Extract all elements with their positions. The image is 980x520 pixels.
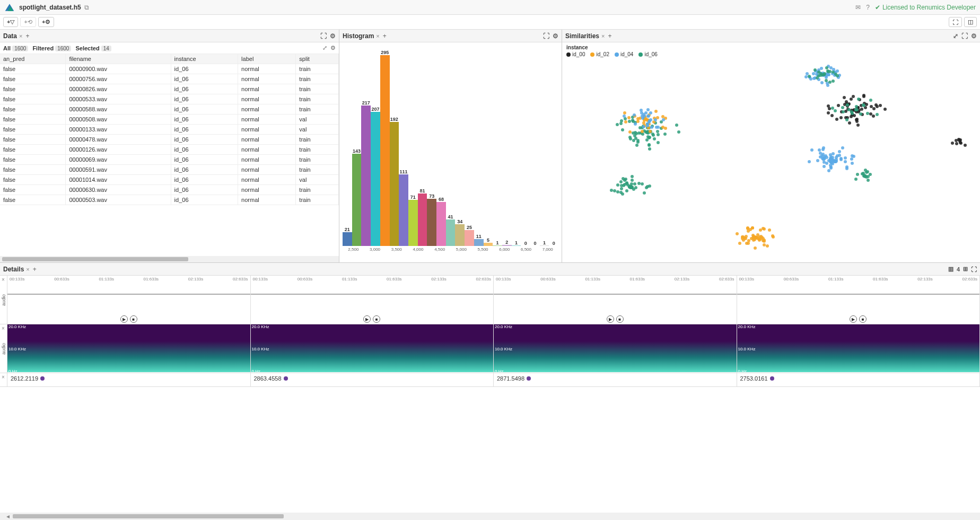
scatter-point[interactable] (844, 160, 847, 163)
scatter-point[interactable] (754, 246, 757, 250)
expand-icon[interactable]: ⛶ (971, 266, 977, 272)
scatter-point[interactable] (640, 109, 643, 112)
table-row[interactable]: false00000591.wavid_06normaltrain (0, 165, 339, 175)
scatter-point[interactable] (883, 108, 887, 111)
scatter-point[interactable] (641, 117, 644, 120)
gear-icon[interactable]: ⚙ (330, 32, 336, 40)
scatter-point[interactable] (624, 120, 627, 124)
table-row[interactable]: false00000133.wavid_06normalval (0, 125, 339, 135)
scatter-point[interactable] (852, 95, 855, 98)
scatter-point[interactable] (747, 242, 750, 245)
scatter-point[interactable] (749, 228, 752, 231)
scatter-point[interactable] (675, 124, 678, 127)
help-icon[interactable]: ? (866, 4, 870, 11)
scatter-point[interactable] (677, 130, 680, 134)
scatter-point[interactable] (820, 81, 824, 84)
fit-icon[interactable]: ⤢ (953, 32, 958, 40)
scatter-point[interactable] (832, 152, 835, 155)
scatter-point[interactable] (842, 110, 845, 113)
scatter-point[interactable] (763, 227, 766, 231)
histogram-bar[interactable] (380, 55, 390, 246)
scatter-point[interactable] (763, 243, 766, 246)
expand-icon[interactable]: ⛶ (543, 32, 549, 40)
scatter-point[interactable] (654, 110, 658, 113)
table-row[interactable]: false00000126.wavid_06normaltrain (0, 145, 339, 155)
layout-button-2[interactable]: ◫ (964, 17, 977, 27)
scatter-point[interactable] (856, 124, 860, 127)
scatter-point[interactable] (663, 133, 667, 136)
scatter-point[interactable] (850, 98, 853, 101)
scatter-point[interactable] (822, 165, 826, 168)
scatter-point[interactable] (616, 190, 619, 193)
scatter-point[interactable] (736, 232, 739, 235)
scatter-point[interactable] (876, 113, 879, 116)
scatter-point[interactable] (625, 181, 628, 184)
scatter-point[interactable] (819, 74, 822, 77)
scatter-point[interactable] (867, 179, 870, 182)
scatter-point[interactable] (825, 79, 828, 82)
scatter-point[interactable] (621, 128, 624, 131)
scatter-point[interactable] (869, 99, 872, 102)
scatter-point[interactable] (955, 142, 958, 145)
similarities-scatter[interactable]: instance id_00id_02id_04id_06 (562, 42, 980, 262)
histogram-bar[interactable] (540, 245, 549, 246)
scatter-point[interactable] (616, 123, 619, 126)
scatter-point[interactable] (631, 175, 634, 178)
gear-icon[interactable]: ⚙ (553, 32, 558, 40)
scatter-point[interactable] (634, 122, 637, 126)
histogram-bar[interactable] (484, 243, 493, 246)
scatter-point[interactable] (830, 114, 834, 117)
scatter-point[interactable] (832, 80, 835, 83)
stop-icon[interactable]: ■ (616, 315, 624, 323)
scatter-point[interactable] (870, 105, 873, 108)
add-view-button[interactable]: + (25, 32, 29, 40)
scatter-point[interactable] (837, 104, 840, 107)
stop-icon[interactable]: ■ (859, 315, 867, 323)
scatter-point[interactable] (839, 158, 843, 161)
scatter-point[interactable] (872, 114, 875, 118)
close-icon[interactable]: × (19, 33, 22, 39)
scatter-point[interactable] (850, 157, 853, 161)
scatter-point[interactable] (827, 104, 830, 108)
close-icon[interactable]: × (601, 33, 605, 39)
table-row[interactable]: false00001014.wavid_06normalval (0, 175, 339, 185)
scatter-point[interactable] (616, 183, 619, 187)
columns-icon[interactable]: ▥ (948, 266, 953, 272)
scatter-point[interactable] (627, 116, 631, 119)
scatter-point[interactable] (650, 126, 653, 129)
table-row[interactable]: false00000900.wavid_06normaltrain (0, 64, 339, 74)
open-file-icon[interactable]: ⧉ (84, 4, 89, 11)
scatter-point[interactable] (768, 228, 771, 232)
scatter-point[interactable] (821, 157, 824, 160)
scatter-point[interactable] (851, 162, 854, 165)
scatter-point[interactable] (756, 233, 759, 236)
scatter-point[interactable] (855, 105, 858, 108)
close-icon[interactable]: × (376, 33, 379, 39)
scatter-point[interactable] (643, 191, 646, 195)
scatter-point[interactable] (862, 95, 865, 98)
scatter-point[interactable] (657, 133, 660, 136)
scatter-point[interactable] (631, 179, 634, 182)
table-row[interactable]: false00000630.wavid_06normaltrain (0, 185, 339, 195)
table-gear-icon[interactable]: ⚙ (330, 45, 336, 51)
scatter-point[interactable] (646, 185, 649, 188)
scatter-point[interactable] (835, 118, 838, 121)
scatter-point[interactable] (827, 73, 830, 76)
scatter-point[interactable] (629, 137, 632, 140)
scatter-point[interactable] (628, 130, 632, 134)
scatter-point[interactable] (620, 119, 623, 122)
scatter-point[interactable] (632, 139, 635, 142)
histogram-bar[interactable] (465, 230, 474, 246)
scatter-point[interactable] (631, 119, 634, 122)
table-expand-icon[interactable]: ⤢ (322, 45, 327, 51)
column-header[interactable]: filename (66, 54, 171, 64)
data-table[interactable]: an_predfilenameinstancelabelsplit false0… (0, 54, 339, 256)
scatter-point[interactable] (642, 125, 645, 128)
scatter-point[interactable] (619, 180, 623, 183)
scatter-point[interactable] (845, 118, 848, 121)
histogram-bar[interactable] (390, 122, 399, 246)
add-view-button[interactable]: + (383, 32, 387, 40)
scatter-point[interactable] (636, 120, 640, 123)
table-row[interactable]: false00000826.wavid_06normaltrain (0, 84, 339, 94)
histogram-bar[interactable] (493, 245, 502, 246)
